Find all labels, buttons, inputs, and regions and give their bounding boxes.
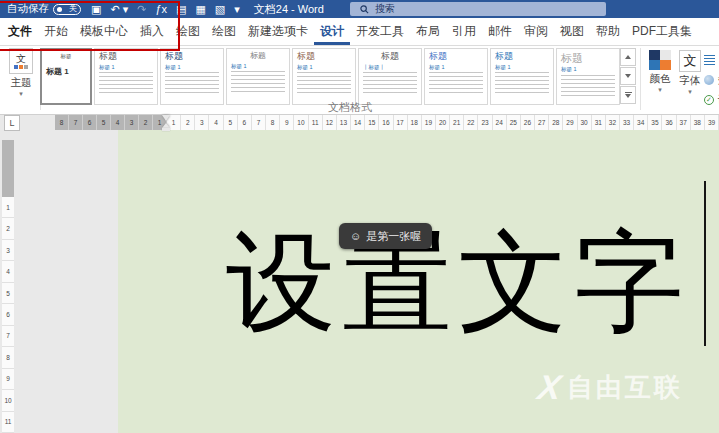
search-icon bbox=[360, 5, 369, 14]
style-set-3[interactable]: 标题标题 1 bbox=[226, 48, 290, 105]
watermark-logo-icon: X bbox=[535, 368, 563, 407]
tab-开发工具[interactable]: 开发工具 bbox=[350, 18, 410, 45]
group-label: 文档格式 bbox=[200, 100, 500, 115]
title-bar: 自动保存 关 ▣↶ ▾↷ƒx▤▦▧▾ 文档24 - Word 搜索 bbox=[0, 0, 719, 18]
fonts-label: 字体 bbox=[676, 74, 704, 88]
tooltip-text: 是第一张喔 bbox=[366, 229, 421, 244]
gallery-more-icon bbox=[625, 92, 632, 98]
document-title: 文档24 - Word bbox=[254, 2, 324, 17]
tab-PDF工具集[interactable]: PDF工具集 bbox=[626, 18, 698, 45]
tab-布局[interactable]: 布局 bbox=[410, 18, 446, 45]
smiley-icon: ☺ bbox=[350, 231, 361, 242]
tab-绘图[interactable]: 绘图 bbox=[170, 18, 206, 45]
style-set-5[interactable]: 标题丨标题丨 bbox=[358, 48, 422, 105]
horizontal-ruler[interactable]: 1234567891011121314151617181920212223242… bbox=[167, 115, 719, 130]
themes-icon: 文 bbox=[9, 48, 33, 74]
undo-icon[interactable]: ↶ ▾ bbox=[110, 4, 128, 15]
quick-access-toolbar: ▣↶ ▾↷ƒx▤▦▧▾ bbox=[91, 4, 240, 15]
chevron-up-icon bbox=[625, 55, 631, 59]
watermark-text: 自由互联 bbox=[567, 370, 683, 405]
set-default-icon: ✓ bbox=[704, 95, 714, 105]
insert-function-icon[interactable]: ƒx bbox=[155, 4, 167, 15]
gallery-scroll-down-button[interactable] bbox=[620, 67, 636, 85]
style-set-1[interactable]: 标题标题 1 bbox=[94, 48, 158, 105]
vertical-ruler-margin[interactable] bbox=[2, 140, 14, 197]
tab-视图[interactable]: 视图 bbox=[554, 18, 590, 45]
tab-开始[interactable]: 开始 bbox=[38, 18, 74, 45]
colors-icon bbox=[649, 50, 671, 70]
fonts-icon: 文 bbox=[679, 50, 701, 72]
autosave-label: 自动保存 bbox=[7, 2, 49, 16]
tab-绘图[interactable]: 绘图 bbox=[206, 18, 242, 45]
tab-设计[interactable]: 设计 bbox=[314, 18, 350, 45]
chevron-down-icon bbox=[625, 74, 631, 78]
tab-引用[interactable]: 引用 bbox=[446, 18, 482, 45]
chevron-down-icon: ▾ bbox=[644, 86, 676, 93]
document-page[interactable]: 设置文字 ☺ 是第一张喔 X 自由互联 bbox=[118, 130, 719, 433]
tab-审阅[interactable]: 审阅 bbox=[518, 18, 554, 45]
colors-button[interactable]: 颜色 ▾ bbox=[644, 48, 676, 93]
autosave-toggle[interactable]: 关 bbox=[53, 4, 81, 15]
new-document-icon[interactable]: ▧ bbox=[215, 4, 225, 15]
style-set-7[interactable]: 标题标题 1 bbox=[490, 48, 554, 105]
tab-插入[interactable]: 插入 bbox=[134, 18, 170, 45]
save-icon[interactable]: ▣ bbox=[91, 4, 101, 15]
tab-文件[interactable]: 文件 bbox=[2, 18, 38, 45]
style-set-8[interactable]: 标题标题 1 bbox=[556, 48, 620, 105]
vertical-ruler[interactable]: 1234567891011 bbox=[2, 197, 14, 433]
fonts-button[interactable]: 文 字体 ▾ bbox=[676, 48, 704, 95]
org-chart-icon[interactable]: ▦ bbox=[195, 4, 205, 15]
tab-新建选项卡[interactable]: 新建选项卡 bbox=[242, 18, 314, 45]
search-placeholder: 搜索 bbox=[375, 2, 395, 16]
style-set-current[interactable]: 标题标题 1 bbox=[40, 48, 92, 105]
effects-icon bbox=[704, 75, 714, 85]
style-set-6[interactable]: 标题标题 1 bbox=[424, 48, 488, 105]
watermark: X 自由互联 bbox=[538, 368, 683, 407]
tab-stop-selector[interactable]: L bbox=[4, 115, 20, 131]
left-indent-marker[interactable] bbox=[162, 128, 170, 131]
style-set-4[interactable]: 标题标题 1 bbox=[292, 48, 356, 105]
style-set-2[interactable]: 标题标题 1 bbox=[160, 48, 224, 105]
tab-邮件[interactable]: 邮件 bbox=[482, 18, 518, 45]
tab-帮助[interactable]: 帮助 bbox=[590, 18, 626, 45]
document-body-text[interactable]: 设置文字 bbox=[226, 224, 690, 340]
gallery-scroll-up-button[interactable] bbox=[620, 48, 636, 66]
chevron-down-icon: ▾ bbox=[676, 88, 704, 95]
tooltip: ☺ 是第一张喔 bbox=[339, 223, 432, 249]
effects-button[interactable]: 效果 bbox=[704, 70, 719, 90]
redo-icon[interactable]: ↷ bbox=[137, 4, 146, 15]
ribbon-design: 文 主题 ▾ 标题标题 1 标题标题 1标题标题 1标题标题 1标题标题 1标题… bbox=[0, 46, 719, 115]
group-divider bbox=[640, 48, 641, 110]
colors-label: 颜色 bbox=[644, 72, 676, 86]
set-default-button[interactable]: ✓设为默认值 bbox=[704, 90, 719, 110]
format-painter-icon[interactable]: ▤ bbox=[176, 4, 186, 15]
themes-button[interactable]: 文 主题 ▾ bbox=[3, 48, 39, 110]
horizontal-ruler-margin[interactable]: 87654321 bbox=[55, 115, 167, 130]
toggle-knob-icon bbox=[57, 7, 62, 12]
qat-more-icon[interactable]: ▾ bbox=[234, 4, 240, 15]
paragraph-spacing-icon bbox=[704, 55, 715, 65]
tab-模板中心[interactable]: 模板中心 bbox=[74, 18, 134, 45]
themes-label: 主题 bbox=[3, 76, 39, 90]
word-window: 自动保存 关 ▣↶ ▾↷ƒx▤▦▧▾ 文档24 - Word 搜索 文件开始模板… bbox=[0, 0, 719, 433]
gallery-more-button[interactable] bbox=[620, 86, 636, 104]
first-line-indent-marker[interactable] bbox=[162, 115, 170, 121]
autosave-state: 关 bbox=[69, 5, 77, 13]
text-cursor bbox=[704, 181, 706, 346]
chevron-down-icon: ▾ bbox=[3, 90, 39, 97]
gallery-scroll-buttons bbox=[620, 48, 636, 105]
paragraph-spacing-button[interactable]: 段落间距 bbox=[704, 50, 719, 70]
format-mini-column: 段落间距效果✓设为默认值 bbox=[704, 50, 719, 110]
ribbon-tab-row: 文件开始模板中心插入绘图绘图新建选项卡设计开发工具布局引用邮件审阅视图帮助PDF… bbox=[0, 18, 719, 46]
theme-swatches bbox=[14, 65, 28, 69]
search-input[interactable]: 搜索 bbox=[350, 2, 606, 16]
